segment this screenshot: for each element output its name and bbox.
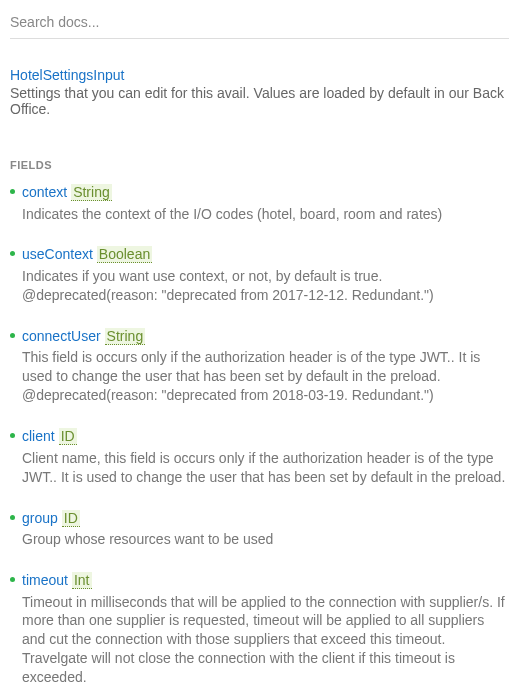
fields-list: contextStringIndicates the context of th…	[10, 183, 509, 696]
field-row: useContextBooleanIndicates if you want u…	[10, 245, 509, 304]
field-description: Indicates if you want use context, or no…	[22, 267, 509, 305]
field-name-link[interactable]: context	[22, 184, 67, 200]
field-type-link[interactable]: String	[105, 328, 146, 345]
type-description: Settings that you can edit for this avai…	[10, 85, 509, 117]
field-type-link[interactable]: Int	[72, 572, 92, 589]
field-head: connectUserString	[22, 327, 509, 347]
field-description: Group whose resources want to be used	[22, 530, 509, 549]
field-head: useContextBoolean	[22, 245, 509, 265]
bullet-icon	[10, 433, 15, 438]
field-head: clientID	[22, 427, 509, 447]
field-row: contextStringIndicates the context of th…	[10, 183, 509, 223]
field-head: contextString	[22, 183, 509, 203]
field-description: Client name, this field is occurs only i…	[22, 449, 509, 487]
field-row: timeoutIntTimeout in milliseconds that w…	[10, 571, 509, 687]
field-name-link[interactable]: connectUser	[22, 328, 101, 344]
field-name-link[interactable]: timeout	[22, 572, 68, 588]
field-name-link[interactable]: useContext	[22, 246, 93, 262]
fields-section-label: FIELDS	[10, 159, 509, 171]
field-name-link[interactable]: group	[22, 510, 58, 526]
field-head: groupID	[22, 509, 509, 529]
bullet-icon	[10, 515, 15, 520]
field-type-link[interactable]: String	[71, 184, 112, 201]
field-type-link[interactable]: ID	[59, 428, 77, 445]
field-row: clientIDClient name, this field is occur…	[10, 427, 509, 486]
field-head: timeoutInt	[22, 571, 509, 591]
field-name-link[interactable]: client	[22, 428, 55, 444]
type-title-link[interactable]: HotelSettingsInput	[10, 67, 124, 83]
field-description: Indicates the context of the I/O codes (…	[22, 205, 509, 224]
bullet-icon	[10, 577, 15, 582]
field-type-link[interactable]: ID	[62, 510, 80, 527]
bullet-icon	[10, 251, 15, 256]
search-input[interactable]	[10, 10, 509, 39]
field-description: Timeout in milliseconds that will be app…	[22, 593, 509, 687]
doc-panel: HotelSettingsInput Settings that you can…	[0, 0, 519, 696]
bullet-icon	[10, 189, 15, 194]
field-description: This field is occurs only if the authori…	[22, 348, 509, 405]
field-row: connectUserStringThis field is occurs on…	[10, 327, 509, 405]
field-row: groupIDGroup whose resources want to be …	[10, 509, 509, 549]
field-type-link[interactable]: Boolean	[97, 246, 152, 263]
bullet-icon	[10, 333, 15, 338]
